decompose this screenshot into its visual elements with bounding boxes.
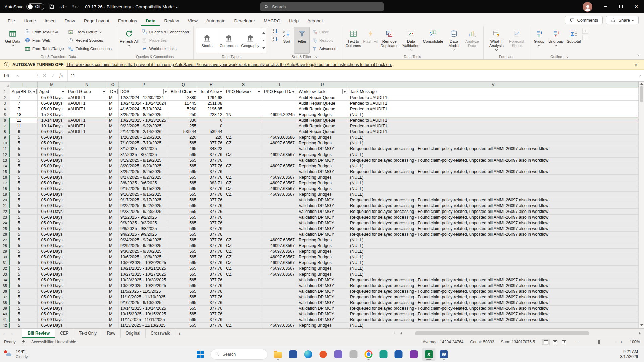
cell-O33[interactable]: M: [107, 272, 119, 277]
cell-R21[interactable]: 377.76: [198, 203, 224, 209]
cell-O19[interactable]: M: [107, 192, 119, 197]
cell-U20[interactable]: Validation DP MGY: [297, 197, 348, 203]
tab-review[interactable]: Review: [160, 15, 183, 26]
cell-U24[interactable]: Validation DP MGY: [297, 220, 348, 226]
cell-T41[interactable]: [262, 317, 297, 323]
cell-Q7[interactable]: 255: [169, 123, 198, 129]
cell-U10[interactable]: Repricing Bridges: [297, 140, 348, 146]
cell-M7[interactable]: 10-14 Days: [38, 123, 66, 129]
cell-M41[interactable]: 05-09 Days: [38, 317, 66, 323]
cell-O28[interactable]: M: [107, 243, 119, 249]
cell-U5[interactable]: Repricing Bridges: [297, 112, 348, 118]
cell-L17[interactable]: 5: [10, 180, 38, 186]
autofilter-icon[interactable]: [32, 89, 37, 94]
cell-V29[interactable]: (NULL): [348, 249, 639, 254]
row-header-22[interactable]: 22: [0, 209, 10, 215]
cell-U23[interactable]: Validation DP MGY: [297, 215, 348, 220]
cell-T22[interactable]: [262, 209, 297, 215]
cell-L12[interactable]: 5: [10, 152, 38, 158]
cell-N19[interactable]: [66, 192, 107, 197]
cell-P21[interactable]: 9/22/2025 - 9/22/2025: [119, 203, 169, 209]
column-header-R[interactable]: R: [198, 82, 224, 88]
row-header-34[interactable]: 34: [0, 277, 10, 283]
cell-V9[interactable]: (NULL): [348, 135, 639, 140]
cell-O5[interactable]: M: [107, 112, 119, 118]
column-header-P[interactable]: P: [119, 82, 169, 88]
cell-V18[interactable]: (NULL): [348, 186, 639, 192]
cell-N30[interactable]: [66, 254, 107, 260]
cell-Q3[interactable]: 15445: [169, 101, 198, 106]
cell-V30[interactable]: (NULL): [348, 254, 639, 260]
scroll-down-icon[interactable]: [640, 324, 643, 327]
cell-Q24[interactable]: 565: [169, 220, 198, 226]
cell-S42[interactable]: CZ: [224, 323, 262, 328]
autofilter-icon[interactable]: [163, 89, 168, 94]
remove-duplicates-button[interactable]: Remove Duplicates: [378, 27, 400, 54]
from-web-button[interactable]: From Web: [22, 36, 66, 44]
cell-L22[interactable]: 5: [10, 209, 38, 215]
cell-R6[interactable]: 0: [198, 118, 224, 123]
cell-N36[interactable]: [66, 289, 107, 294]
cell-U39[interactable]: Validation DP MGY: [297, 306, 348, 311]
column-header-U[interactable]: U: [297, 82, 348, 88]
tab-file[interactable]: File: [3, 15, 19, 26]
cell-S32[interactable]: CZ: [224, 266, 262, 272]
cell-M42[interactable]: 05-09 Days: [38, 323, 66, 328]
cell-T7[interactable]: [262, 123, 297, 129]
cell-N39[interactable]: [66, 306, 107, 311]
cell-P16[interactable]: 8/27/2025 - 8/27/2025: [119, 175, 169, 180]
cell-N35[interactable]: [66, 283, 107, 289]
cell-M30[interactable]: 05-09 Days: [38, 254, 66, 260]
currencies-button[interactable]: Currencies: [218, 28, 239, 53]
cell-Q17[interactable]: 565: [169, 180, 198, 186]
cell-M9[interactable]: 05-09 Days: [38, 135, 66, 140]
cell-R14[interactable]: 377.76: [198, 163, 224, 169]
enter-icon[interactable]: [49, 70, 57, 81]
cell-N32[interactable]: [66, 266, 107, 272]
cell-Q2[interactable]: 2880: [169, 95, 198, 101]
cell-O20[interactable]: M: [107, 197, 119, 203]
name-box-resize-handle[interactable]: [35, 70, 40, 81]
cell-V26[interactable]: Re-queued for delayed processing - Found…: [348, 232, 639, 237]
cell-Q16[interactable]: 565: [169, 175, 198, 180]
cell-Q9[interactable]: 220: [169, 135, 198, 140]
cell-R17[interactable]: 383.71: [198, 180, 224, 186]
taskbar-clock[interactable]: 9:21 AM 3/17/2026: [620, 349, 644, 359]
header-cell-dos[interactable]: DOS: [119, 88, 169, 95]
cell-O9[interactable]: M: [107, 135, 119, 140]
cell-V2[interactable]: Pended to #AUDIT1: [348, 95, 639, 101]
cell-M38[interactable]: 05-09 Days: [38, 300, 66, 306]
cell-O41[interactable]: M: [107, 317, 119, 323]
cell-S2[interactable]: [224, 95, 262, 101]
cell-Q20[interactable]: 565: [169, 197, 198, 203]
cell-T18[interactable]: 46097.63567: [262, 186, 297, 192]
excel-button[interactable]: X: [422, 348, 436, 361]
zoom-out-button[interactable]: −: [575, 340, 579, 345]
row-header-24[interactable]: 24: [0, 220, 10, 226]
cell-R16[interactable]: 377.76: [198, 175, 224, 180]
cell-P36[interactable]: 11/5/2025 - 11/5/2025: [119, 289, 169, 294]
cell-Q25[interactable]: 565: [169, 226, 198, 232]
cell-S41[interactable]: [224, 317, 262, 323]
cell-R9[interactable]: 220: [198, 135, 224, 140]
cell-N21[interactable]: [66, 203, 107, 209]
tab-automate[interactable]: Automate: [202, 15, 230, 26]
cell-M2[interactable]: 05-09 Days: [38, 95, 66, 101]
tab-help[interactable]: Help: [285, 15, 303, 26]
cell-S3[interactable]: [224, 101, 262, 106]
cell-Q13[interactable]: 565: [169, 158, 198, 163]
cell-V37[interactable]: Re-queued for delayed processing - Found…: [348, 294, 639, 300]
cell-P27[interactable]: 9/24/2025 - 9/24/2025: [119, 237, 169, 243]
start-button[interactable]: [194, 348, 207, 361]
cell-T19[interactable]: 46097.63567: [262, 192, 297, 197]
cell-O8[interactable]: M: [107, 129, 119, 135]
cell-O4[interactable]: M: [107, 106, 119, 112]
cell-P33[interactable]: 10/27/2025 - 10/27/2025: [119, 272, 169, 277]
cell-N6[interactable]: #AUDIT1: [66, 118, 107, 123]
cell-T8[interactable]: [262, 129, 297, 135]
analyze-data-button[interactable]: Analyze Data: [463, 27, 481, 54]
reapply-button[interactable]: Reapply: [310, 36, 338, 44]
cell-O22[interactable]: M: [107, 209, 119, 215]
cell-U35[interactable]: Validation DP MGY: [297, 283, 348, 289]
save-icon[interactable]: [47, 2, 56, 11]
